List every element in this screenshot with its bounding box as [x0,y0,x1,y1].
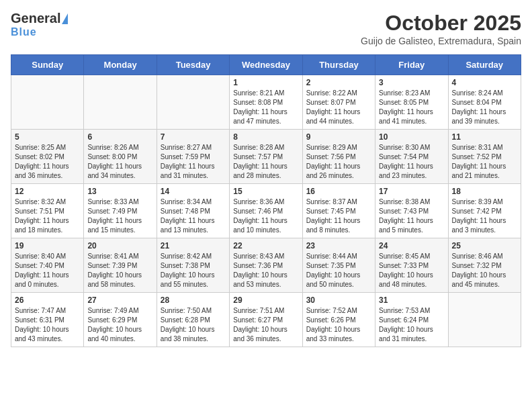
day-number: 28 [161,295,226,305]
day-info: Sunrise: 8:36 AMSunset: 7:46 PMDaylight:… [233,197,298,235]
calendar-cell: 25Sunrise: 8:46 AMSunset: 7:32 PMDayligh… [448,238,521,293]
day-info: Sunrise: 8:21 AMSunset: 8:08 PMDaylight:… [233,89,298,126]
header-day-tuesday: Tuesday [157,55,229,75]
day-info: Sunrise: 8:33 AMSunset: 7:49 PMDaylight:… [87,197,152,235]
day-info: Sunrise: 8:23 AMSunset: 8:05 PMDaylight:… [379,89,444,126]
logo-general-text: General [11,11,60,26]
day-number: 3 [379,78,444,87]
calendar-cell: 23Sunrise: 8:44 AMSunset: 7:35 PMDayligh… [302,238,375,293]
calendar-cell: 22Sunrise: 8:43 AMSunset: 7:36 PMDayligh… [230,238,302,293]
day-info: Sunrise: 8:30 AMSunset: 7:54 PMDaylight:… [379,143,444,181]
day-info: Sunrise: 8:31 AMSunset: 7:52 PMDaylight:… [452,143,517,181]
day-info: Sunrise: 8:25 AMSunset: 8:02 PMDaylight:… [15,143,80,181]
logo-general-word: General [11,11,60,26]
day-number: 14 [161,187,226,196]
day-info: Sunrise: 8:38 AMSunset: 7:43 PMDaylight:… [379,197,444,235]
day-number: 10 [379,132,444,142]
month-title: October 2025 [361,11,521,36]
day-info: Sunrise: 7:49 AMSunset: 6:29 PMDaylight:… [87,306,152,344]
day-info: Sunrise: 7:53 AMSunset: 6:24 PMDaylight:… [379,306,444,344]
calendar-cell: 21Sunrise: 8:42 AMSunset: 7:38 PMDayligh… [157,238,229,293]
header-day-thursday: Thursday [302,55,375,75]
calendar-cell: 31Sunrise: 7:53 AMSunset: 6:24 PMDayligh… [375,293,448,347]
title-block: October 2025 Guijo de Galisteo, Extremad… [361,11,521,46]
day-number: 21 [161,241,226,250]
day-number: 11 [452,132,517,142]
calendar-cell: 28Sunrise: 7:50 AMSunset: 6:28 PMDayligh… [157,293,229,347]
day-number: 17 [379,187,444,196]
day-number: 20 [87,241,152,250]
calendar-cell: 7Sunrise: 8:27 AMSunset: 7:59 PMDaylight… [157,130,229,184]
calendar-cell: 30Sunrise: 7:52 AMSunset: 6:26 PMDayligh… [302,293,375,347]
calendar-cell: 10Sunrise: 8:30 AMSunset: 7:54 PMDayligh… [375,130,448,184]
day-number: 7 [161,132,226,142]
day-number: 29 [233,295,298,305]
calendar-cell: 16Sunrise: 8:37 AMSunset: 7:45 PMDayligh… [302,184,375,238]
calendar-cell: 27Sunrise: 7:49 AMSunset: 6:29 PMDayligh… [84,293,157,347]
day-info: Sunrise: 8:26 AMSunset: 8:00 PMDaylight:… [87,143,152,181]
calendar-cell: 1Sunrise: 8:21 AMSunset: 8:08 PMDaylight… [230,75,302,130]
day-info: Sunrise: 8:45 AMSunset: 7:33 PMDaylight:… [379,252,444,289]
calendar-cell: 15Sunrise: 8:36 AMSunset: 7:46 PMDayligh… [230,184,302,238]
day-number: 31 [379,295,444,305]
day-info: Sunrise: 8:28 AMSunset: 7:57 PMDaylight:… [233,143,298,181]
calendar-cell: 24Sunrise: 8:45 AMSunset: 7:33 PMDayligh… [375,238,448,293]
day-number: 9 [306,132,371,142]
day-info: Sunrise: 7:47 AMSunset: 6:31 PMDaylight:… [15,306,80,344]
day-info: Sunrise: 7:51 AMSunset: 6:27 PMDaylight:… [233,306,298,344]
day-info: Sunrise: 8:44 AMSunset: 7:35 PMDaylight:… [306,252,371,289]
day-number: 18 [452,187,517,196]
day-info: Sunrise: 8:37 AMSunset: 7:45 PMDaylight:… [306,197,371,235]
day-info: Sunrise: 8:42 AMSunset: 7:38 PMDaylight:… [161,252,226,289]
calendar-cell: 12Sunrise: 8:32 AMSunset: 7:51 PMDayligh… [11,184,84,238]
day-number: 25 [452,241,517,250]
day-info: Sunrise: 8:24 AMSunset: 8:04 PMDaylight:… [452,89,517,126]
day-number: 2 [306,78,371,87]
calendar-cell: 14Sunrise: 8:34 AMSunset: 7:48 PMDayligh… [157,184,229,238]
day-info: Sunrise: 8:46 AMSunset: 7:32 PMDaylight:… [452,252,517,289]
day-info: Sunrise: 8:32 AMSunset: 7:51 PMDaylight:… [15,197,80,235]
location-subtitle: Guijo de Galisteo, Extremadura, Spain [361,36,521,46]
day-info: Sunrise: 8:41 AMSunset: 7:39 PMDaylight:… [87,252,152,289]
day-number: 15 [233,187,298,196]
calendar-cell [11,75,84,130]
logo-triangle-icon [62,13,68,24]
day-info: Sunrise: 8:40 AMSunset: 7:40 PMDaylight:… [15,252,80,289]
calendar-body: 1Sunrise: 8:21 AMSunset: 8:08 PMDaylight… [11,75,521,347]
calendar-cell: 3Sunrise: 8:23 AMSunset: 8:05 PMDaylight… [375,75,448,130]
day-number: 27 [87,295,152,305]
calendar-week-5: 26Sunrise: 7:47 AMSunset: 6:31 PMDayligh… [11,293,521,347]
day-number: 30 [306,295,371,305]
calendar-cell [448,293,521,347]
calendar-week-2: 5Sunrise: 8:25 AMSunset: 8:02 PMDaylight… [11,130,521,184]
calendar-cell: 13Sunrise: 8:33 AMSunset: 7:49 PMDayligh… [84,184,157,238]
calendar-cell [84,75,157,130]
day-number: 5 [15,132,80,142]
day-number: 26 [15,295,80,305]
day-number: 16 [306,187,371,196]
day-info: Sunrise: 8:34 AMSunset: 7:48 PMDaylight:… [161,197,226,235]
calendar-cell: 17Sunrise: 8:38 AMSunset: 7:43 PMDayligh… [375,184,448,238]
header-row: SundayMondayTuesdayWednesdayThursdayFrid… [11,55,521,75]
calendar-cell: 20Sunrise: 8:41 AMSunset: 7:39 PMDayligh… [84,238,157,293]
logo: General Blue [11,11,68,38]
header-day-saturday: Saturday [448,55,521,75]
calendar-cell: 9Sunrise: 8:29 AMSunset: 7:56 PMDaylight… [302,130,375,184]
day-info: Sunrise: 7:50 AMSunset: 6:28 PMDaylight:… [161,306,226,344]
calendar-cell: 11Sunrise: 8:31 AMSunset: 7:52 PMDayligh… [448,130,521,184]
calendar-cell: 4Sunrise: 8:24 AMSunset: 8:04 PMDaylight… [448,75,521,130]
calendar-cell: 8Sunrise: 8:28 AMSunset: 7:57 PMDaylight… [230,130,302,184]
day-number: 19 [15,241,80,250]
day-number: 4 [452,78,517,87]
day-number: 6 [87,132,152,142]
header-day-sunday: Sunday [11,55,84,75]
day-info: Sunrise: 8:43 AMSunset: 7:36 PMDaylight:… [233,252,298,289]
day-info: Sunrise: 7:52 AMSunset: 6:26 PMDaylight:… [306,306,371,344]
calendar-header: SundayMondayTuesdayWednesdayThursdayFrid… [11,55,521,75]
calendar-table: SundayMondayTuesdayWednesdayThursdayFrid… [11,54,521,347]
day-number: 24 [379,241,444,250]
day-info: Sunrise: 8:29 AMSunset: 7:56 PMDaylight:… [306,143,371,181]
day-info: Sunrise: 8:22 AMSunset: 8:07 PMDaylight:… [306,89,371,126]
calendar-cell [157,75,229,130]
calendar-week-4: 19Sunrise: 8:40 AMSunset: 7:40 PMDayligh… [11,238,521,293]
